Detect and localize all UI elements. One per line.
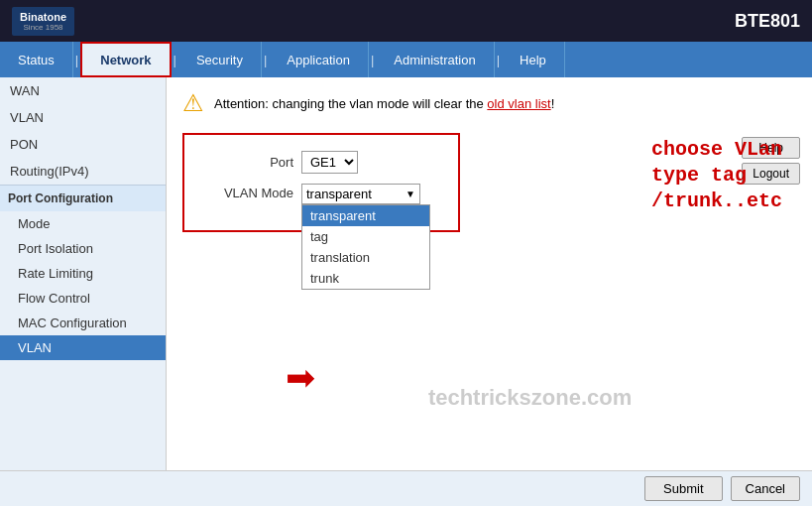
vlan-form: Port GE1 VLAN Mode transparent ▼ transpa…: [182, 133, 460, 232]
nav-status[interactable]: Status: [0, 42, 73, 77]
vlan-mode-row: VLAN Mode transparent ▼ transparent tag …: [204, 184, 438, 204]
sidebar-item-vlan-sub[interactable]: VLAN: [0, 335, 166, 360]
sidebar-item-pon[interactable]: PON: [0, 131, 166, 158]
sidebar-group-port-config: Port Configuration: [0, 185, 166, 211]
dropdown-arrow-icon: ▼: [406, 189, 415, 199]
sidebar-item-rate-limiting[interactable]: Rate Limiting: [0, 261, 166, 286]
sidebar-item-flow-control[interactable]: Flow Control: [0, 286, 166, 311]
submit-button[interactable]: Submit: [644, 476, 722, 501]
vlan-mode-dropdown-list: transparent tag translation trunk: [301, 204, 430, 290]
warning-icon: ⚠: [182, 89, 204, 117]
dropdown-option-transparent[interactable]: transparent: [302, 205, 429, 226]
attention-bar: ⚠ Attention: changing the vlan mode will…: [182, 89, 796, 117]
sidebar-item-wan[interactable]: WAN: [0, 77, 166, 104]
nav-security[interactable]: Security: [178, 42, 262, 77]
dropdown-option-tag[interactable]: tag: [302, 226, 429, 247]
nav-network[interactable]: Network: [80, 42, 171, 77]
vlan-mode-dropdown-wrapper: transparent ▼ transparent tag translatio…: [301, 184, 420, 204]
nav-sep-1: |: [73, 42, 80, 77]
navigation: Status | Network | Security | Applicatio…: [0, 42, 812, 77]
watermark: techtrickszone.com: [428, 385, 632, 411]
sidebar-item-mode[interactable]: Mode: [0, 211, 166, 236]
main-layout: WAN VLAN PON Routing(IPv4) Port Configur…: [0, 77, 812, 470]
vlan-mode-value: transparent: [306, 187, 406, 201]
attention-highlight: old vlan list: [487, 96, 550, 111]
cancel-button[interactable]: Cancel: [731, 476, 800, 501]
sidebar-item-port-isolation[interactable]: Port Isolation: [0, 236, 166, 261]
arrow-indicator: ➡: [286, 357, 315, 399]
sidebar-item-vlan[interactable]: VLAN: [0, 104, 166, 131]
nav-sep-3: |: [262, 42, 269, 77]
sidebar-item-routing[interactable]: Routing(IPv4): [0, 158, 166, 185]
logo-sub: Since 1958: [24, 23, 63, 32]
sidebar: WAN VLAN PON Routing(IPv4) Port Configur…: [0, 77, 167, 470]
port-label: Port: [204, 155, 293, 170]
annotation-text: choose VLantype tag/trunk..etc: [651, 137, 782, 214]
dropdown-option-translation[interactable]: translation: [302, 247, 429, 268]
header: Binatone Since 1958 BTE801: [0, 0, 812, 42]
dropdown-option-trunk[interactable]: trunk: [302, 268, 429, 289]
port-row: Port GE1: [204, 151, 438, 174]
vlan-mode-select[interactable]: transparent ▼: [301, 184, 420, 204]
nav-help[interactable]: Help: [502, 42, 565, 77]
port-select[interactable]: GE1: [301, 151, 358, 174]
attention-text: Attention: changing the vlan mode will c…: [214, 96, 554, 111]
arrow-icon: ➡: [286, 357, 315, 398]
sidebar-item-mac-configuration[interactable]: MAC Configuration: [0, 311, 166, 335]
logo-brand: Binatone: [20, 11, 66, 23]
nav-sep-2: |: [172, 42, 178, 77]
nav-sep-5: |: [495, 42, 502, 77]
footer: Submit Cancel: [0, 470, 812, 506]
nav-sep-4: |: [369, 42, 376, 77]
device-name: BTE801: [735, 11, 800, 32]
vlan-mode-label: VLAN Mode: [204, 184, 293, 200]
logo: Binatone Since 1958: [12, 7, 74, 36]
nav-application[interactable]: Application: [269, 42, 369, 77]
content-area: Help Logout ⚠ Attention: changing the vl…: [167, 77, 812, 470]
nav-administration[interactable]: Administration: [376, 42, 494, 77]
